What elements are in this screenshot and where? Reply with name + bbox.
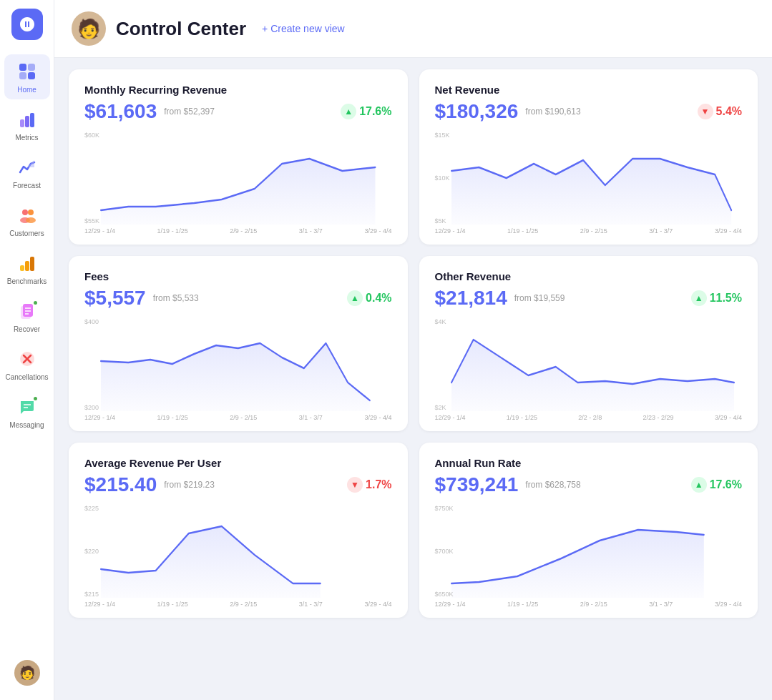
sidebar-item-cancellations[interactable]: Cancellations bbox=[4, 342, 50, 387]
svg-point-11 bbox=[26, 217, 36, 223]
card-value-row: $215.40 from $219.23 ▼ 1.7% bbox=[84, 473, 392, 496]
svg-marker-28 bbox=[451, 340, 734, 411]
card-value: $215.40 bbox=[84, 473, 157, 496]
card-value-row: $21,814 from $19,559 ▲ 11.5% bbox=[435, 287, 743, 310]
sidebar-item-customers-label: Customers bbox=[9, 230, 44, 237]
card-annual-run-rate: Annual Run Rate $739,241 from $628,758 ▲… bbox=[419, 443, 758, 618]
card-from: from $219.23 bbox=[164, 480, 215, 490]
card-badge: ▲ 17.6% bbox=[691, 477, 742, 493]
user-avatar[interactable]: 🧑 bbox=[14, 660, 40, 686]
sidebar: Home Metrics Forecast bbox=[0, 0, 54, 700]
chart-x-label: 2/9 - 2/15 bbox=[230, 227, 257, 235]
card-title: Monthly Recurring Revenue bbox=[84, 84, 392, 96]
chart-area: $15K$10K$5K bbox=[435, 132, 743, 225]
card-value-row: $5,557 from $5,533 ▲ 0.4% bbox=[84, 287, 392, 310]
chart-x-label: 2/2 - 2/8 bbox=[578, 414, 602, 421]
card-mrr: Monthly Recurring Revenue $61,603 from $… bbox=[69, 69, 408, 245]
chart-x-labels: 12/29 - 1/41/19 - 1/252/9 - 2/153/1 - 3/… bbox=[84, 601, 392, 608]
trend-arrow-down: ▼ bbox=[698, 104, 713, 119]
chart-x-label: 3/1 - 3/7 bbox=[299, 414, 323, 421]
card-title: Average Revenue Per User bbox=[84, 457, 392, 469]
card-from: from $628,758 bbox=[525, 480, 580, 490]
chart-x-label: 2/9 - 2/15 bbox=[230, 414, 257, 421]
svg-rect-12 bbox=[20, 265, 24, 271]
chart-svg bbox=[435, 132, 743, 225]
create-new-view-button[interactable]: + Create new view bbox=[262, 23, 345, 34]
chart-x-label: 12/29 - 1/4 bbox=[435, 414, 466, 421]
svg-rect-14 bbox=[30, 257, 34, 271]
main-content: 🧑 Control Center + Create new view Month… bbox=[54, 0, 772, 700]
chart-x-label: 1/19 - 1/25 bbox=[507, 227, 538, 235]
sidebar-item-recover-label: Recover bbox=[14, 325, 40, 333]
card-value-row: $739,241 from $628,758 ▲ 17.6% bbox=[435, 473, 743, 496]
card-pct: 0.4% bbox=[366, 292, 391, 305]
sidebar-item-metrics-label: Metrics bbox=[15, 134, 38, 142]
create-new-view-label: Create new view bbox=[270, 23, 345, 34]
sidebar-item-messaging[interactable]: Messaging bbox=[4, 390, 50, 435]
sidebar-item-forecast-label: Forecast bbox=[13, 182, 41, 189]
chart-x-labels: 12/29 - 1/41/19 - 1/252/9 - 2/153/1 - 3/… bbox=[435, 601, 743, 608]
sidebar-item-metrics[interactable]: Metrics bbox=[4, 102, 50, 147]
chart-x-label: 3/1 - 3/7 bbox=[649, 601, 673, 608]
forecast-icon bbox=[16, 156, 39, 179]
chart-x-label: 3/29 - 4/4 bbox=[715, 414, 742, 421]
chart-x-labels: 12/29 - 1/41/19 - 1/252/9 - 2/153/1 - 3/… bbox=[84, 414, 392, 421]
page-title: Control Center bbox=[116, 18, 246, 40]
card-pct: 17.6% bbox=[710, 478, 742, 491]
chart-area: $225$220$215 bbox=[84, 505, 392, 598]
sidebar-item-benchmarks[interactable]: Benchmarks bbox=[4, 246, 50, 291]
chart-x-label: 1/19 - 1/25 bbox=[507, 601, 538, 608]
header: 🧑 Control Center + Create new view bbox=[54, 0, 772, 58]
chart-x-labels: 12/29 - 1/41/19 - 1/252/2 - 2/82/23 - 2/… bbox=[435, 414, 743, 421]
card-value: $5,557 bbox=[84, 287, 146, 310]
card-other-revenue: Other Revenue $21,814 from $19,559 ▲ 11.… bbox=[419, 256, 758, 431]
sidebar-item-forecast[interactable]: Forecast bbox=[4, 150, 50, 195]
card-value: $180,326 bbox=[435, 100, 519, 123]
svg-rect-5 bbox=[25, 116, 29, 127]
app-logo[interactable] bbox=[11, 9, 43, 40]
sidebar-item-home[interactable]: Home bbox=[4, 54, 50, 99]
sidebar-item-messaging-label: Messaging bbox=[9, 421, 44, 429]
chart-x-label: 3/29 - 4/4 bbox=[715, 227, 742, 235]
customers-icon bbox=[16, 204, 39, 227]
recover-icon bbox=[16, 300, 39, 322]
chart-x-label: 12/29 - 1/4 bbox=[435, 601, 466, 608]
svg-rect-2 bbox=[19, 72, 26, 79]
svg-rect-1 bbox=[28, 64, 35, 71]
trend-arrow-up: ▲ bbox=[341, 104, 356, 119]
card-badge: ▲ 11.5% bbox=[691, 290, 742, 306]
card-title: Annual Run Rate bbox=[435, 457, 743, 469]
chart-x-labels: 12/29 - 1/41/19 - 1/252/9 - 2/153/1 - 3/… bbox=[435, 227, 743, 235]
card-net-revenue: Net Revenue $180,326 from $190,613 ▼ 5.4… bbox=[419, 69, 758, 245]
trend-arrow-up: ▲ bbox=[691, 290, 707, 306]
card-value-row: $180,326 from $190,613 ▼ 5.4% bbox=[435, 100, 743, 123]
header-avatar: 🧑 bbox=[72, 11, 106, 46]
card-badge: ▲ 17.6% bbox=[341, 104, 391, 119]
card-pct: 17.6% bbox=[359, 105, 391, 118]
recover-dot bbox=[32, 300, 39, 306]
svg-marker-27 bbox=[101, 343, 370, 411]
card-fees: Fees $5,557 from $5,533 ▲ 0.4% $400$200 bbox=[69, 256, 408, 431]
chart-x-label: 12/29 - 1/4 bbox=[435, 227, 466, 235]
sidebar-item-customers[interactable]: Customers bbox=[4, 198, 50, 243]
card-badge: ▼ 1.7% bbox=[347, 477, 391, 493]
svg-marker-7 bbox=[27, 160, 34, 167]
card-value: $21,814 bbox=[435, 287, 507, 310]
svg-rect-4 bbox=[20, 119, 24, 127]
chart-x-label: 1/19 - 1/25 bbox=[507, 414, 537, 421]
metrics-icon bbox=[16, 108, 39, 131]
sidebar-item-benchmarks-label: Benchmarks bbox=[7, 277, 47, 285]
svg-rect-0 bbox=[19, 64, 26, 71]
trend-arrow-up: ▲ bbox=[347, 290, 363, 306]
svg-point-9 bbox=[28, 209, 34, 215]
sidebar-item-messaging-wrapper: Messaging bbox=[4, 390, 50, 435]
card-from: from $5,533 bbox=[153, 293, 199, 303]
sidebar-item-recover[interactable]: Recover bbox=[4, 294, 50, 339]
user-avatar-wrapper: 🧑 bbox=[14, 660, 40, 691]
cards-grid: Monthly Recurring Revenue $61,603 from $… bbox=[54, 58, 772, 629]
chart-area: $400$200 bbox=[84, 318, 392, 411]
chart-x-label: 2/9 - 2/15 bbox=[580, 227, 607, 235]
plus-icon: + bbox=[262, 23, 268, 34]
card-arpu: Average Revenue Per User $215.40 from $2… bbox=[69, 443, 408, 618]
chart-area: $60K$55K bbox=[84, 132, 392, 225]
